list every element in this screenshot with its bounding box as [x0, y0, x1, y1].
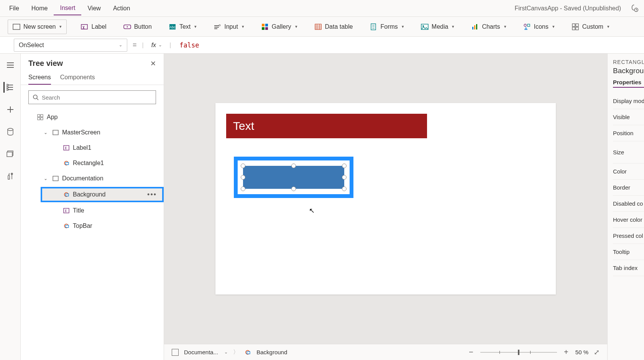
- tree-tab-components[interactable]: Components: [60, 74, 95, 85]
- prop-tab-index[interactable]: Tab index: [613, 260, 644, 276]
- screen-stage[interactable]: Text ↖: [215, 103, 556, 295]
- more-options-icon[interactable]: •••: [147, 191, 159, 199]
- resize-handle[interactable]: [342, 164, 347, 168]
- tree-item-masterscreen[interactable]: ⌄ MasterScreen: [21, 125, 164, 140]
- prop-border[interactable]: Border: [613, 180, 644, 196]
- svg-rect-50: [41, 115, 43, 117]
- canvas-title-bar[interactable]: Text: [226, 114, 427, 138]
- fit-to-window-icon[interactable]: ⤢: [594, 348, 600, 357]
- close-icon[interactable]: ✕: [150, 59, 156, 68]
- menu-view[interactable]: View: [81, 2, 107, 15]
- ribbon-label[interactable]: Label: [77, 21, 109, 33]
- tree-item-topbar[interactable]: TopBar: [21, 218, 164, 234]
- tree-item-rectangle1[interactable]: Rectangle1: [21, 155, 164, 171]
- tree-item-title[interactable]: Title: [21, 203, 164, 218]
- resize-handle[interactable]: [342, 187, 347, 191]
- ribbon-charts[interactable]: Charts ▾: [468, 21, 509, 33]
- resize-handle[interactable]: [241, 187, 245, 191]
- tree-search-input[interactable]: [42, 94, 152, 101]
- ribbon: New screen ▾ Label Button Abc Text ▾ Inp…: [0, 17, 644, 37]
- menu-action[interactable]: Action: [107, 2, 136, 15]
- ribbon-new-screen[interactable]: New screen ▾: [8, 20, 67, 34]
- prop-size[interactable]: Size: [613, 141, 644, 164]
- prop-position[interactable]: Position: [613, 125, 644, 141]
- tree-item-label: Documentation: [62, 175, 104, 182]
- ribbon-label-text: Label: [91, 23, 106, 30]
- props-control-name[interactable]: Backgroun: [613, 67, 644, 75]
- prop-color[interactable]: Color: [613, 164, 644, 180]
- menu-home[interactable]: Home: [25, 2, 54, 15]
- tree-search[interactable]: [28, 90, 156, 104]
- svg-rect-32: [576, 24, 578, 26]
- formula-input[interactable]: [176, 39, 633, 52]
- screen-icon: [13, 23, 20, 31]
- rail-hamburger-icon[interactable]: [5, 60, 16, 70]
- rail-add-icon[interactable]: [5, 104, 16, 115]
- prop-hover-color[interactable]: Hover color: [613, 212, 644, 228]
- ribbon-input-label: Input: [224, 23, 238, 30]
- chevron-down-icon[interactable]: ⌄: [44, 130, 49, 135]
- zoom-out-button[interactable]: −: [467, 348, 475, 357]
- props-tab-properties[interactable]: Properties: [613, 79, 644, 88]
- app-title: FirstCanvasApp - Saved (Unpublished): [515, 5, 629, 12]
- svg-point-10: [219, 25, 220, 26]
- search-icon: [33, 94, 39, 100]
- svg-rect-45: [7, 152, 12, 157]
- ribbon-gallery[interactable]: Gallery ▾: [258, 21, 301, 33]
- ribbon-media[interactable]: Media ▾: [418, 21, 458, 33]
- rail-tools-icon[interactable]: [5, 171, 16, 182]
- breadcrumb-separator: 〉: [233, 349, 239, 356]
- resize-handle[interactable]: [291, 187, 296, 191]
- chevron-down-icon: ▾: [59, 24, 62, 29]
- tree-item-app[interactable]: App: [21, 110, 164, 125]
- tree-item-label: Background: [73, 191, 105, 198]
- ribbon-button-text: Button: [134, 23, 152, 30]
- chevron-down-icon: ▾: [552, 24, 555, 29]
- prop-pressed-color[interactable]: Pressed col: [613, 228, 644, 244]
- tree-item-label1[interactable]: Label1: [21, 140, 164, 155]
- zoom-slider-thumb[interactable]: [518, 350, 519, 355]
- tree-item-documentation[interactable]: ⌄ Documentation: [21, 171, 164, 186]
- ribbon-input[interactable]: Input ▾: [210, 21, 247, 33]
- ribbon-icons[interactable]: Icons ▾: [520, 21, 558, 33]
- menu-insert[interactable]: Insert: [54, 2, 81, 15]
- property-dropdown-value: OnSelect: [19, 42, 44, 49]
- prop-display-mode[interactable]: Display mod: [613, 93, 644, 109]
- resize-handle[interactable]: [241, 164, 245, 168]
- fx-label[interactable]: fx⌄: [149, 42, 164, 49]
- canvas-selected-rectangle[interactable]: [234, 157, 353, 198]
- resize-handle[interactable]: [291, 164, 296, 168]
- svg-rect-30: [527, 24, 530, 26]
- tree-item-background[interactable]: Background •••: [41, 187, 164, 202]
- status-screen-name[interactable]: Documenta...: [184, 349, 218, 355]
- zoom-slider[interactable]: [480, 352, 557, 353]
- rectangle-icon: [63, 223, 70, 229]
- rectangle-icon: [63, 160, 70, 167]
- ribbon-new-screen-label: New screen: [23, 23, 56, 30]
- ribbon-custom[interactable]: Custom ▾: [568, 21, 613, 33]
- app-checker-icon[interactable]: [629, 2, 641, 15]
- ribbon-button[interactable]: Button: [120, 21, 155, 33]
- status-selection-name[interactable]: Background: [256, 349, 287, 355]
- ribbon-data-table[interactable]: Data table: [311, 21, 356, 33]
- resize-handle[interactable]: [241, 175, 245, 180]
- svg-line-48: [37, 98, 38, 100]
- svg-rect-53: [53, 130, 58, 135]
- prop-disabled-color[interactable]: Disabled co: [613, 196, 644, 212]
- rail-tree-view-icon[interactable]: [3, 82, 14, 93]
- rail-data-icon[interactable]: [5, 126, 16, 137]
- rail-media-icon[interactable]: [5, 149, 16, 159]
- ribbon-forms[interactable]: Forms ▾: [366, 21, 407, 33]
- ribbon-text[interactable]: Abc Text ▾: [166, 21, 200, 33]
- status-bar: Documenta... ⌄ 〉 Background − + 50 % ⤢: [164, 344, 607, 360]
- zoom-in-button[interactable]: +: [562, 348, 570, 357]
- resize-handle[interactable]: [342, 175, 347, 180]
- chevron-down-icon[interactable]: ⌄: [224, 350, 228, 355]
- prop-tooltip[interactable]: Tooltip: [613, 244, 644, 260]
- menu-file[interactable]: File: [3, 2, 25, 15]
- chevron-down-icon[interactable]: ⌄: [44, 176, 49, 181]
- svg-rect-26: [472, 27, 473, 29]
- property-dropdown[interactable]: OnSelect ⌄: [14, 39, 127, 52]
- tree-tab-screens[interactable]: Screens: [28, 74, 51, 85]
- prop-visible[interactable]: Visible: [613, 109, 644, 125]
